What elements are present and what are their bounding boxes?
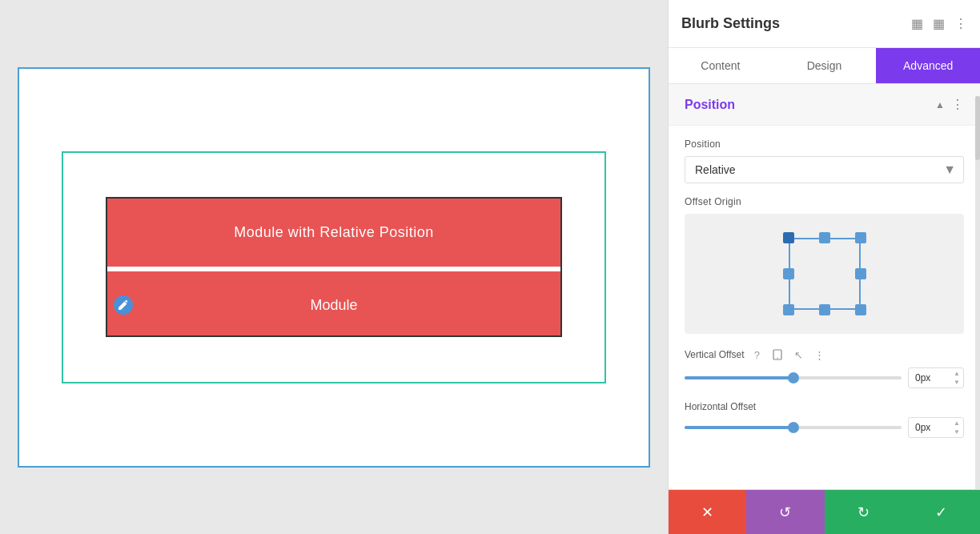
confirm-icon: ✓ [935,504,947,521]
tab-design[interactable]: Design [773,48,877,83]
vertical-offset-tablet-icon[interactable] [769,347,785,363]
origin-dot-bc[interactable] [819,304,830,315]
module-bottom-text: Module [310,297,357,314]
origin-dot-tc[interactable] [819,232,830,243]
tab-advanced[interactable]: Advanced [876,48,980,83]
vertical-offset-label-row: Vertical Offset ? ↖ ⋮ [685,347,964,363]
settings-panel: Blurb Settings ▦ ▦ ⋮ Content Design Adva… [668,0,980,534]
module-top-text: Module with Relative Position [234,224,434,241]
vertical-offset-track [685,376,902,379]
panel-title: Blurb Settings [681,15,780,32]
outer-frame: Module with Relative Position Module [18,67,650,468]
panel-header: Blurb Settings ▦ ▦ ⋮ [669,0,980,48]
horizontal-offset-label-row: Horizontal Offset [685,401,964,412]
vertical-offset-slider-wrapper [685,376,902,379]
fullscreen-icon[interactable]: ▦ [911,16,923,31]
cancel-icon: ✕ [701,504,713,521]
horizontal-offset-up-arrow[interactable]: ▲ [951,419,962,428]
origin-dot-br[interactable] [855,304,866,315]
vertical-offset-slider-row: 0px ▲ ▼ [685,367,964,388]
vertical-offset-fill [685,376,793,379]
offset-origin-section: Offset Origin [685,196,964,334]
origin-dot-mr[interactable] [855,268,866,279]
vertical-offset-arrows: ▲ ▼ [951,367,962,388]
offset-origin-box [685,214,964,334]
vertical-offset-input-wrapper: 0px ▲ ▼ [908,367,964,388]
horizontal-offset-label: Horizontal Offset [685,401,756,412]
module-top: Module with Relative Position [107,199,560,267]
vertical-offset-thumb[interactable] [788,372,799,383]
redo-icon: ↻ [858,504,870,521]
position-select[interactable]: Relative Absolute Fixed Static [685,156,964,183]
reset-icon: ↺ [779,504,791,521]
section-collapse-icon[interactable]: ▲ [935,99,945,110]
panel-header-icons: ▦ ▦ ⋮ [911,16,967,31]
position-label: Position [685,139,964,150]
offset-origin-label: Offset Origin [685,196,964,207]
confirm-button[interactable]: ✓ [902,490,980,534]
horizontal-offset-down-arrow[interactable]: ▼ [951,428,962,436]
horizontal-offset-arrows: ▲ ▼ [951,417,962,438]
horizontal-offset-track [685,426,902,429]
origin-dot-bl[interactable] [783,304,794,315]
scrollbar-thumb[interactable] [975,96,980,160]
horizontal-offset-fill [685,426,793,429]
more-icon[interactable]: ⋮ [954,16,967,31]
reset-button[interactable]: ↺ [746,490,824,534]
vertical-offset-label: Vertical Offset [685,349,744,360]
canvas-area: Module with Relative Position Module [0,0,668,534]
module-bottom: Module [107,271,560,337]
tabs: Content Design Advanced [669,48,980,84]
redo-button[interactable]: ↻ [825,490,902,534]
vertical-offset-up-arrow[interactable]: ▲ [951,369,962,378]
vertical-offset-cursor-icon[interactable]: ↖ [790,347,806,363]
origin-dot-tl[interactable] [783,232,794,243]
vertical-offset-row: Vertical Offset ? ↖ ⋮ [685,347,964,388]
origin-border [789,238,861,310]
panel-footer: ✕ ↺ ↻ ✓ [669,489,980,534]
vertical-offset-help-icon[interactable]: ? [749,347,765,363]
horizontal-offset-slider-wrapper [685,426,902,429]
panel-body: Position ▲ ⋮ Position Relative Absolute … [669,84,980,489]
cancel-button[interactable]: ✕ [669,490,746,534]
section-header: Position ▲ ⋮ [669,84,980,126]
section-more-icon[interactable]: ⋮ [951,97,964,112]
svg-point-1 [777,358,778,359]
section-title: Position [685,98,735,112]
origin-grid [781,230,869,318]
vertical-offset-down-arrow[interactable]: ▼ [951,378,962,387]
origin-dot-tr[interactable] [855,232,866,243]
position-field-row: Position Relative Absolute Fixed Static … [685,139,964,183]
position-select-wrapper: Relative Absolute Fixed Static ▼ [685,156,964,183]
inner-frame: Module with Relative Position Module [62,151,606,383]
horizontal-offset-slider-row: 0px ▲ ▼ [685,417,964,438]
module-container: Module with Relative Position Module [106,197,562,337]
section-controls: ▲ ⋮ [935,97,964,112]
section-body: Position Relative Absolute Fixed Static … [669,126,980,464]
horizontal-offset-row: Horizontal Offset 0px ▲ ▼ [685,401,964,438]
tab-content[interactable]: Content [669,48,773,83]
scrollbar[interactable] [975,96,980,489]
horizontal-offset-input-wrapper: 0px ▲ ▼ [908,417,964,438]
edit-icon[interactable] [114,295,133,315]
vertical-offset-more-icon[interactable]: ⋮ [811,347,827,363]
horizontal-offset-thumb[interactable] [788,422,799,433]
origin-dot-ml[interactable] [783,268,794,279]
columns-icon[interactable]: ▦ [933,16,945,31]
